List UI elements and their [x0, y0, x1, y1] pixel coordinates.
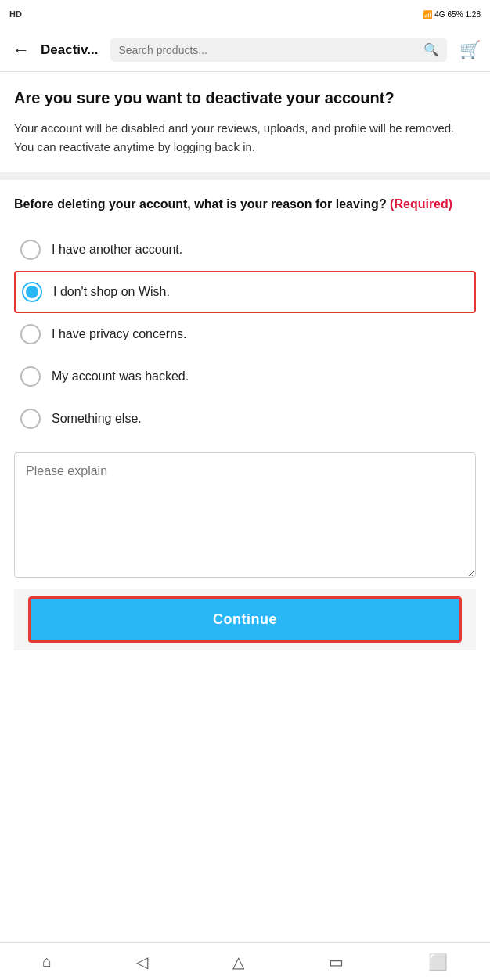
cart-icon[interactable]: 🛒 — [459, 40, 481, 60]
explain-textarea[interactable] — [14, 452, 476, 578]
radio-option-4[interactable]: My account was hacked. — [14, 355, 476, 398]
deactivate-question: Are you sure you want to deactivate your… — [14, 88, 476, 108]
home-icon[interactable]: ⌂ — [34, 949, 59, 974]
radio-option-1[interactable]: I have another account. — [14, 229, 476, 271]
back-button[interactable]: ← — [9, 37, 33, 63]
radio-option-5[interactable]: Something else. — [14, 398, 476, 440]
deactivate-description: Your account will be disabled and your r… — [14, 119, 476, 157]
required-label: (Required) — [390, 197, 452, 211]
nav-bar: ← Deactiv... 🔍 🛒 — [0, 28, 490, 72]
status-network-label: 4G — [434, 10, 445, 19]
search-icon: 🔍 — [423, 42, 439, 57]
continue-area: Continue — [14, 589, 476, 650]
search-input[interactable] — [118, 44, 419, 56]
radio-btn-2[interactable] — [22, 282, 42, 302]
radio-label-4: My account was hacked. — [52, 369, 189, 384]
section-divider — [0, 172, 490, 180]
reason-section: Before deleting your account, what is yo… — [14, 196, 476, 589]
radio-btn-5[interactable] — [20, 409, 41, 429]
menu-icon[interactable]: ⬜ — [420, 949, 456, 975]
back-nav-icon[interactable]: ◁ — [128, 949, 156, 975]
nav-title: Deactiv... — [41, 42, 98, 58]
radio-btn-4[interactable] — [20, 366, 41, 387]
recents-icon[interactable]: ▭ — [321, 949, 351, 975]
radio-label-5: Something else. — [52, 412, 142, 426]
radio-option-2[interactable]: I don't shop on Wish. — [14, 271, 476, 313]
search-bar-container[interactable]: 🔍 — [110, 38, 447, 62]
status-hd: HD — [9, 9, 22, 19]
status-battery: 65% — [448, 10, 463, 19]
status-time: 1:28 — [466, 10, 481, 19]
radio-btn-1[interactable] — [20, 240, 41, 260]
radio-label-1: I have another account. — [52, 243, 182, 257]
bottom-spacer — [14, 650, 476, 713]
bottom-nav: ⌂ ◁ △ ▭ ⬜ — [0, 942, 490, 980]
continue-button[interactable]: Continue — [28, 596, 462, 643]
status-network: 📶 — [423, 10, 432, 19]
status-icons: 📶 4G 65% 1:28 — [423, 10, 481, 19]
reason-question: Before deleting your account, what is yo… — [14, 196, 476, 213]
radio-option-3[interactable]: I have privacy concerns. — [14, 313, 476, 355]
main-content: Are you sure you want to deactivate your… — [0, 72, 490, 729]
reason-question-text: Before deleting your account, what is yo… — [14, 197, 387, 211]
radio-label-3: I have privacy concerns. — [52, 327, 187, 341]
home-nav-icon[interactable]: △ — [225, 949, 252, 975]
radio-btn-3[interactable] — [20, 324, 41, 344]
status-bar: HD 📶 4G 65% 1:28 — [0, 0, 490, 28]
radio-label-2: I don't shop on Wish. — [53, 285, 170, 299]
